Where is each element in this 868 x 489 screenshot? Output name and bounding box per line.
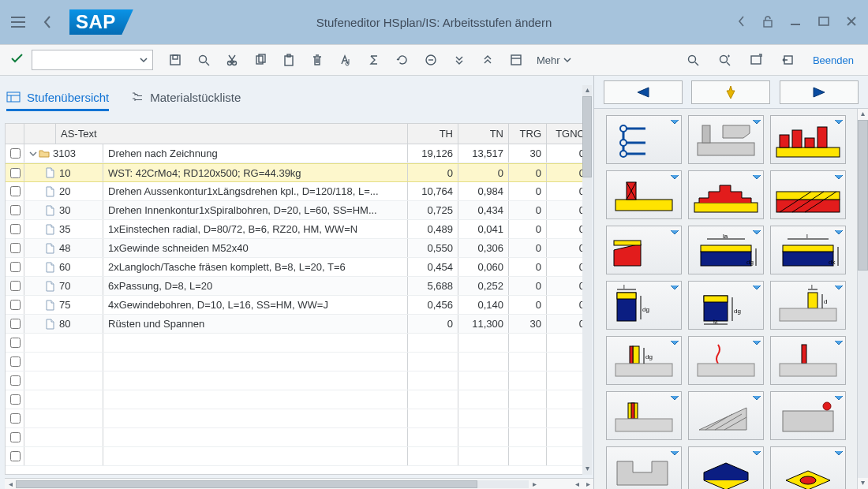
row-checkbox[interactable] xyxy=(6,296,24,314)
tile-step-red[interactable] xyxy=(688,170,764,219)
unlock-icon[interactable] xyxy=(762,15,773,30)
table-row[interactable]: 3103Drehen nach Zeichnung19,12613,517300 xyxy=(6,144,589,163)
tile-kb-dg[interactable]: dg xyxy=(606,336,682,385)
scroll-right-icon[interactable]: ▸ xyxy=(529,480,540,488)
scroll-left-icon[interactable]: ◂ xyxy=(5,480,16,488)
delete-icon[interactable] xyxy=(303,48,331,72)
reject-icon[interactable] xyxy=(417,48,445,72)
palette-next-button[interactable] xyxy=(780,80,859,104)
menu-icon[interactable] xyxy=(11,17,25,28)
table-row[interactable]: 30Drehen Innenkontur1xSpiralbohren, D=20… xyxy=(6,201,589,220)
find-next-icon[interactable] xyxy=(710,48,739,72)
collapse-all-icon[interactable] xyxy=(473,48,502,72)
window-minimize-icon[interactable] xyxy=(789,15,802,30)
scroll-thumb[interactable] xyxy=(16,480,477,488)
scroll-down-icon[interactable]: ▾ xyxy=(582,464,592,475)
tile-menu-icon[interactable] xyxy=(670,173,679,182)
tile-menu-icon[interactable] xyxy=(670,338,679,348)
tab-stufenuebersicht[interactable]: Stufenübersicht xyxy=(6,91,109,104)
window-close-icon[interactable] xyxy=(846,16,857,29)
layout-icon[interactable] xyxy=(502,48,530,72)
scroll-thumb[interactable] xyxy=(858,120,868,271)
refresh-icon[interactable] xyxy=(388,48,417,72)
tile-menu-icon[interactable] xyxy=(752,338,761,348)
text-icon[interactable] xyxy=(331,48,360,72)
scroll-track[interactable] xyxy=(858,120,868,478)
tile-menu-icon[interactable] xyxy=(834,173,844,182)
back-icon[interactable] xyxy=(43,15,52,29)
tile-menu-icon[interactable] xyxy=(752,283,761,293)
save-icon[interactable] xyxy=(161,48,189,72)
row-checkbox[interactable] xyxy=(6,315,24,333)
scroll-thumb[interactable] xyxy=(582,96,592,177)
tile-tree[interactable] xyxy=(606,115,682,164)
tile-menu-icon[interactable] xyxy=(752,173,761,182)
tile-menu-icon[interactable] xyxy=(752,228,761,237)
paste-icon[interactable] xyxy=(275,48,303,72)
copy-icon[interactable] xyxy=(246,48,275,72)
tile-menu-icon[interactable] xyxy=(752,449,761,458)
palette-vscrollbar[interactable]: ▴ ▾ xyxy=(857,109,868,489)
tile-drill-front[interactable] xyxy=(606,170,682,219)
tile-menu-icon[interactable] xyxy=(752,118,761,127)
tile-hatch-angle[interactable] xyxy=(688,391,764,440)
tile-menu-icon[interactable] xyxy=(834,338,844,348)
left-vscrollbar[interactable]: ▴ ▾ xyxy=(582,85,592,475)
tile-menu-icon[interactable] xyxy=(670,394,679,403)
tile-menu-icon[interactable] xyxy=(834,394,844,403)
tile-dg-blue[interactable]: dgl xyxy=(606,281,682,330)
scroll-left-icon[interactable]: ◂ xyxy=(571,480,582,488)
tile-bars-red[interactable] xyxy=(770,115,846,164)
col-astext[interactable]: AS-Text xyxy=(56,124,408,144)
tile-menu-icon[interactable] xyxy=(834,449,844,458)
tile-menu-icon[interactable] xyxy=(834,118,844,127)
sum-icon[interactable] xyxy=(360,48,388,72)
scroll-track[interactable] xyxy=(582,96,592,464)
tile-notch[interactable] xyxy=(606,446,682,489)
tile-pin-top[interactable] xyxy=(770,391,846,440)
col-th[interactable]: TH xyxy=(408,124,458,144)
table-row[interactable]: 481xGewinde schneiden M52x400,5500,30600 xyxy=(6,239,589,258)
table-row[interactable]: 10WST: 42CrMo4; RD120x500; RG=44.39kg000… xyxy=(6,163,589,182)
exit-window-icon[interactable] xyxy=(773,48,802,72)
scroll-up-icon[interactable]: ▴ xyxy=(582,85,592,96)
row-checkbox[interactable] xyxy=(6,182,24,200)
scroll-down-icon[interactable]: ▾ xyxy=(858,478,868,489)
search-icon[interactable] xyxy=(189,48,218,72)
row-checkbox[interactable] xyxy=(6,164,24,181)
tile-kb-slot[interactable] xyxy=(606,391,682,440)
tile-la-blue[interactable]: ladg xyxy=(688,226,764,274)
col-index[interactable] xyxy=(24,124,56,144)
tile-dk-blue[interactable]: ldk xyxy=(770,226,846,274)
tile-kb-pin[interactable] xyxy=(770,336,846,385)
tile-menu-icon[interactable] xyxy=(670,449,679,458)
col-tn[interactable]: TN xyxy=(458,124,509,144)
scroll-track[interactable] xyxy=(16,480,529,488)
row-checkbox[interactable] xyxy=(6,277,24,295)
tile-taper-red[interactable] xyxy=(606,226,682,274)
tile-menu-icon[interactable] xyxy=(752,394,761,403)
table-row[interactable]: 351xEinstechen radial, D=80/72, B=6, RZ2… xyxy=(6,220,589,239)
arrow-left-icon[interactable] xyxy=(737,15,746,30)
tile-lz-blue[interactable]: dglz xyxy=(688,281,764,330)
table-row[interactable]: 602xLangloch/Tasche fräsen komplett, B=8… xyxy=(6,258,589,277)
row-checkbox[interactable] xyxy=(6,144,24,162)
table-row[interactable]: 754xGewindebohren, D=10, L=16, SS=HM, WW… xyxy=(6,296,589,315)
scroll-up-icon[interactable]: ▴ xyxy=(858,109,868,120)
window-maximize-icon[interactable] xyxy=(817,15,830,30)
palette-pin-button[interactable] xyxy=(691,80,770,104)
tile-menu-icon[interactable] xyxy=(670,118,679,127)
row-checkbox[interactable] xyxy=(6,220,24,238)
left-hscrollbar[interactable]: ◂ ▸ ◂ ▸ xyxy=(5,478,593,489)
expand-all-icon[interactable] xyxy=(445,48,473,72)
palette-prev-button[interactable] xyxy=(604,80,683,104)
tile-iso-red[interactable] xyxy=(770,446,846,489)
tile-menu-icon[interactable] xyxy=(670,228,679,237)
tab-materialstueckliste[interactable]: Materialstückliste xyxy=(129,91,241,104)
scroll-right-icon[interactable]: ▸ xyxy=(582,480,593,488)
tile-iso-yellow[interactable] xyxy=(688,446,764,489)
command-field[interactable] xyxy=(32,50,153,70)
row-checkbox[interactable] xyxy=(6,201,24,219)
more-menu[interactable]: Mehr xyxy=(530,54,578,66)
tile-menu-icon[interactable] xyxy=(670,283,679,293)
